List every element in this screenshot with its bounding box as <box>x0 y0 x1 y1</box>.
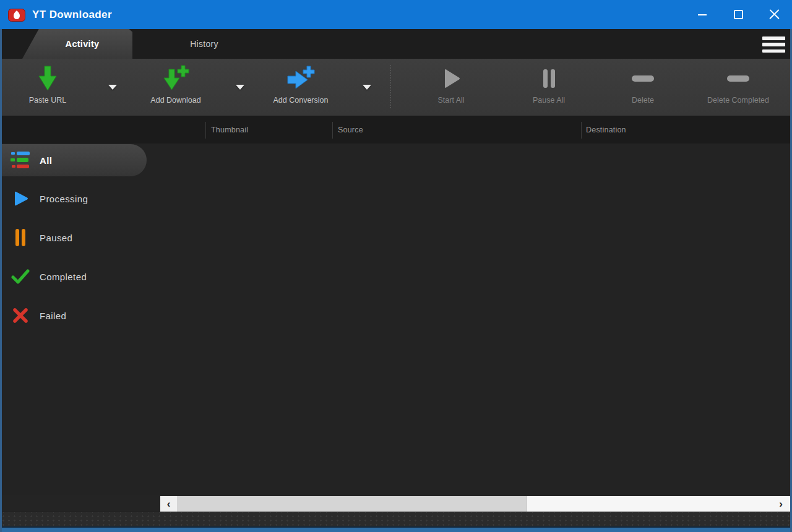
column-separator <box>332 122 333 139</box>
play-icon <box>11 189 30 208</box>
scrollbar-thumb[interactable] <box>177 496 527 512</box>
column-header-destination[interactable]: Destination <box>586 116 626 144</box>
x-icon <box>11 307 30 324</box>
toolbar: Paste URL Add Download Add Conversion <box>0 59 792 116</box>
sidebar-item-all[interactable]: All <box>0 144 147 176</box>
maximize-icon <box>734 10 743 19</box>
minimize-button[interactable] <box>684 0 720 29</box>
app-logo-icon <box>8 7 25 22</box>
add-conversion-button[interactable]: Add Conversion <box>256 62 346 105</box>
tab-bar: Activity History <box>0 29 792 59</box>
add-download-label: Add Download <box>150 96 200 105</box>
minimize-icon <box>698 14 707 15</box>
paste-url-icon <box>37 62 59 95</box>
sidebar-item-failed-label: Failed <box>40 311 66 321</box>
window-bottom-border <box>0 526 792 532</box>
tab-activity[interactable]: Activity <box>22 29 132 59</box>
paste-url-label: Paste URL <box>29 96 66 105</box>
add-conversion-label: Add Conversion <box>273 96 329 105</box>
close-icon <box>768 9 780 20</box>
check-icon <box>11 268 30 285</box>
all-filter-icon <box>11 151 30 169</box>
pause-all-button[interactable]: Pause All <box>509 62 589 105</box>
sidebar-item-completed-label: Completed <box>40 272 87 282</box>
maximize-button[interactable] <box>720 0 756 29</box>
sidebar-item-all-label: All <box>40 155 52 166</box>
toolbar-separator <box>390 65 391 108</box>
pause-all-label: Pause All <box>533 96 565 105</box>
paste-url-dropdown-icon[interactable] <box>105 82 120 93</box>
add-conversion-icon <box>286 62 315 95</box>
scrollbar-track[interactable]: › <box>527 496 791 512</box>
close-button[interactable] <box>756 0 792 29</box>
delete-label: Delete <box>632 96 654 105</box>
column-header-source[interactable]: Source <box>338 116 363 144</box>
column-header-thumbnail[interactable]: Thumbnail <box>211 116 248 144</box>
menu-icon[interactable] <box>762 36 785 53</box>
delete-completed-label: Delete Completed <box>707 96 769 105</box>
paste-url-button[interactable]: Paste URL <box>7 62 88 105</box>
delete-button[interactable]: Delete <box>603 62 683 105</box>
tab-activity-label: Activity <box>66 39 100 49</box>
scroll-left-button[interactable]: ‹ <box>160 496 177 512</box>
sidebar-item-paused-label: Paused <box>40 233 72 243</box>
delete-completed-button[interactable]: Delete Completed <box>686 62 790 105</box>
horizontal-scrollbar[interactable]: ‹ › <box>160 496 791 512</box>
sidebar-item-completed[interactable]: Completed <box>0 260 147 293</box>
status-strip <box>0 512 792 526</box>
window-left-border <box>0 29 2 532</box>
pause-icon <box>11 228 30 247</box>
sidebar-item-processing-label: Processing <box>40 194 88 204</box>
list-column-headers: Thumbnail Source Destination <box>0 116 792 144</box>
window-title: YT Downloader <box>32 9 112 21</box>
start-all-icon <box>441 62 462 95</box>
scroll-right-icon: › <box>779 498 783 510</box>
download-list-area: All Processing Paused <box>0 144 792 495</box>
add-download-dropdown-icon[interactable] <box>233 82 248 93</box>
sidebar-item-paused[interactable]: Paused <box>0 221 147 254</box>
sidebar-item-processing[interactable]: Processing <box>0 182 147 215</box>
scrollbar-row: ‹ › <box>0 495 792 512</box>
tab-history-label: History <box>190 39 218 49</box>
tab-history[interactable]: History <box>141 29 267 59</box>
add-conversion-dropdown-icon[interactable] <box>359 82 374 93</box>
delete-icon <box>631 62 655 95</box>
app-window: YT Downloader Activity History Paste URL <box>0 0 792 532</box>
titlebar[interactable]: YT Downloader <box>0 0 792 29</box>
window-controls <box>684 0 792 29</box>
scroll-right-button[interactable]: › <box>773 496 789 512</box>
delete-completed-icon <box>726 62 750 95</box>
sidebar-item-failed[interactable]: Failed <box>0 299 147 332</box>
column-separator <box>581 122 582 139</box>
start-all-button[interactable]: Start All <box>411 62 491 105</box>
pause-all-icon <box>539 62 559 95</box>
column-separator <box>205 122 206 139</box>
add-download-button[interactable]: Add Download <box>136 62 216 105</box>
start-all-label: Start All <box>437 96 464 105</box>
scroll-left-icon: ‹ <box>167 498 171 510</box>
add-download-icon <box>162 62 189 95</box>
